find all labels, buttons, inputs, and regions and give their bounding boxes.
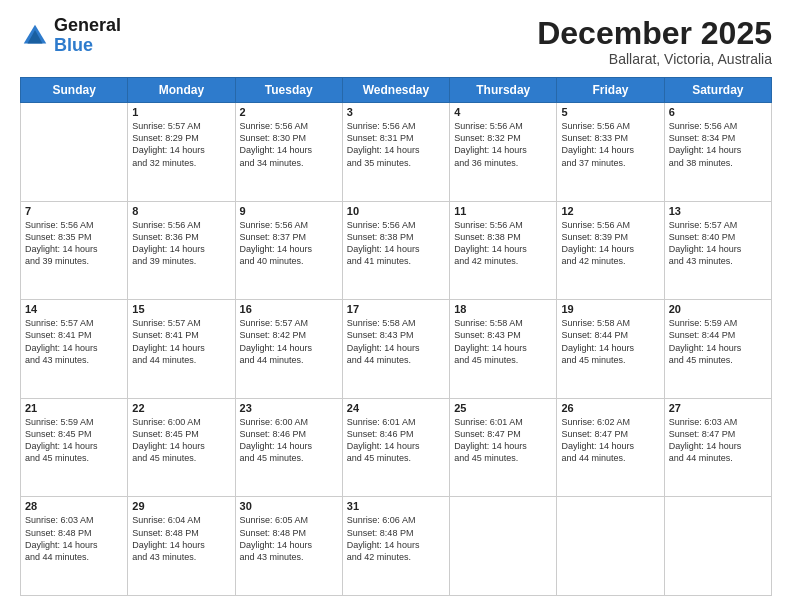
day-number: 23 bbox=[240, 402, 338, 414]
daylight-text: Daylight: 14 hoursand 37 minutes. bbox=[561, 144, 659, 168]
day-number: 13 bbox=[669, 205, 767, 217]
calendar-cell: 21Sunrise: 5:59 AMSunset: 8:45 PMDayligh… bbox=[21, 398, 128, 497]
day-info: Sunrise: 5:58 AMSunset: 8:44 PMDaylight:… bbox=[561, 317, 659, 366]
daylight-line1: Daylight: 14 hours bbox=[240, 243, 338, 255]
day-number: 3 bbox=[347, 106, 445, 118]
daylight-text: Daylight: 14 hoursand 45 minutes. bbox=[454, 440, 552, 464]
calendar-cell: 20Sunrise: 5:59 AMSunset: 8:44 PMDayligh… bbox=[664, 300, 771, 399]
daylight-line1: Daylight: 14 hours bbox=[132, 539, 230, 551]
day-info: Sunrise: 5:56 AMSunset: 8:36 PMDaylight:… bbox=[132, 219, 230, 268]
daylight-text: Daylight: 14 hoursand 44 minutes. bbox=[25, 539, 123, 563]
sunset-text: Sunset: 8:47 PM bbox=[669, 428, 767, 440]
daylight-line1: Daylight: 14 hours bbox=[347, 243, 445, 255]
calendar-cell: 2Sunrise: 5:56 AMSunset: 8:30 PMDaylight… bbox=[235, 103, 342, 202]
daylight-line2: and 39 minutes. bbox=[132, 255, 230, 267]
daylight-line1: Daylight: 14 hours bbox=[454, 440, 552, 452]
daylight-line2: and 38 minutes. bbox=[669, 157, 767, 169]
sunset-text: Sunset: 8:38 PM bbox=[454, 231, 552, 243]
sunset-text: Sunset: 8:48 PM bbox=[132, 527, 230, 539]
sunrise-text: Sunrise: 5:56 AM bbox=[240, 120, 338, 132]
sunset-text: Sunset: 8:36 PM bbox=[132, 231, 230, 243]
daylight-line1: Daylight: 14 hours bbox=[240, 440, 338, 452]
title-section: December 2025 Ballarat, Victoria, Austra… bbox=[537, 16, 772, 67]
daylight-line2: and 45 minutes. bbox=[561, 354, 659, 366]
calendar-cell: 12Sunrise: 5:56 AMSunset: 8:39 PMDayligh… bbox=[557, 201, 664, 300]
day-info: Sunrise: 5:56 AMSunset: 8:31 PMDaylight:… bbox=[347, 120, 445, 169]
day-info: Sunrise: 5:56 AMSunset: 8:33 PMDaylight:… bbox=[561, 120, 659, 169]
day-info: Sunrise: 6:04 AMSunset: 8:48 PMDaylight:… bbox=[132, 514, 230, 563]
calendar-cell: 1Sunrise: 5:57 AMSunset: 8:29 PMDaylight… bbox=[128, 103, 235, 202]
sunrise-text: Sunrise: 5:56 AM bbox=[347, 120, 445, 132]
daylight-text: Daylight: 14 hoursand 36 minutes. bbox=[454, 144, 552, 168]
calendar-cell: 28Sunrise: 6:03 AMSunset: 8:48 PMDayligh… bbox=[21, 497, 128, 596]
day-info: Sunrise: 6:03 AMSunset: 8:48 PMDaylight:… bbox=[25, 514, 123, 563]
daylight-line2: and 35 minutes. bbox=[347, 157, 445, 169]
sunrise-text: Sunrise: 5:56 AM bbox=[454, 219, 552, 231]
daylight-line1: Daylight: 14 hours bbox=[132, 342, 230, 354]
sunset-text: Sunset: 8:34 PM bbox=[669, 132, 767, 144]
calendar-cell: 29Sunrise: 6:04 AMSunset: 8:48 PMDayligh… bbox=[128, 497, 235, 596]
col-saturday: Saturday bbox=[664, 78, 771, 103]
day-info: Sunrise: 5:57 AMSunset: 8:29 PMDaylight:… bbox=[132, 120, 230, 169]
sunrise-text: Sunrise: 5:56 AM bbox=[240, 219, 338, 231]
month-title: December 2025 bbox=[537, 16, 772, 51]
sunrise-text: Sunrise: 5:57 AM bbox=[132, 317, 230, 329]
day-info: Sunrise: 6:01 AMSunset: 8:47 PMDaylight:… bbox=[454, 416, 552, 465]
daylight-text: Daylight: 14 hoursand 43 minutes. bbox=[240, 539, 338, 563]
sunset-text: Sunset: 8:46 PM bbox=[347, 428, 445, 440]
sunrise-text: Sunrise: 5:56 AM bbox=[347, 219, 445, 231]
location-subtitle: Ballarat, Victoria, Australia bbox=[537, 51, 772, 67]
calendar-cell: 25Sunrise: 6:01 AMSunset: 8:47 PMDayligh… bbox=[450, 398, 557, 497]
daylight-text: Daylight: 14 hoursand 44 minutes. bbox=[347, 342, 445, 366]
daylight-line2: and 42 minutes. bbox=[347, 551, 445, 563]
daylight-line2: and 43 minutes. bbox=[240, 551, 338, 563]
calendar-cell bbox=[664, 497, 771, 596]
day-info: Sunrise: 6:01 AMSunset: 8:46 PMDaylight:… bbox=[347, 416, 445, 465]
sunset-text: Sunset: 8:29 PM bbox=[132, 132, 230, 144]
day-number: 30 bbox=[240, 500, 338, 512]
daylight-line1: Daylight: 14 hours bbox=[561, 243, 659, 255]
day-number: 15 bbox=[132, 303, 230, 315]
sunrise-text: Sunrise: 6:03 AM bbox=[25, 514, 123, 526]
daylight-line2: and 39 minutes. bbox=[25, 255, 123, 267]
day-number: 17 bbox=[347, 303, 445, 315]
day-info: Sunrise: 5:56 AMSunset: 8:30 PMDaylight:… bbox=[240, 120, 338, 169]
daylight-line1: Daylight: 14 hours bbox=[454, 144, 552, 156]
logo-general: General bbox=[54, 16, 121, 36]
daylight-text: Daylight: 14 hoursand 45 minutes. bbox=[240, 440, 338, 464]
daylight-text: Daylight: 14 hoursand 45 minutes. bbox=[347, 440, 445, 464]
calendar-cell: 11Sunrise: 5:56 AMSunset: 8:38 PMDayligh… bbox=[450, 201, 557, 300]
col-monday: Monday bbox=[128, 78, 235, 103]
day-info: Sunrise: 5:56 AMSunset: 8:34 PMDaylight:… bbox=[669, 120, 767, 169]
daylight-line1: Daylight: 14 hours bbox=[669, 440, 767, 452]
daylight-text: Daylight: 14 hoursand 43 minutes. bbox=[25, 342, 123, 366]
day-number: 2 bbox=[240, 106, 338, 118]
page: General Blue December 2025 Ballarat, Vic… bbox=[0, 0, 792, 612]
daylight-text: Daylight: 14 hoursand 32 minutes. bbox=[132, 144, 230, 168]
day-number: 20 bbox=[669, 303, 767, 315]
sunrise-text: Sunrise: 5:57 AM bbox=[240, 317, 338, 329]
day-number: 9 bbox=[240, 205, 338, 217]
day-info: Sunrise: 5:56 AMSunset: 8:38 PMDaylight:… bbox=[454, 219, 552, 268]
daylight-text: Daylight: 14 hoursand 44 minutes. bbox=[132, 342, 230, 366]
day-number: 24 bbox=[347, 402, 445, 414]
calendar-cell bbox=[450, 497, 557, 596]
calendar-cell: 3Sunrise: 5:56 AMSunset: 8:31 PMDaylight… bbox=[342, 103, 449, 202]
daylight-line1: Daylight: 14 hours bbox=[561, 342, 659, 354]
day-number: 27 bbox=[669, 402, 767, 414]
calendar-week-5: 28Sunrise: 6:03 AMSunset: 8:48 PMDayligh… bbox=[21, 497, 772, 596]
sunrise-text: Sunrise: 6:02 AM bbox=[561, 416, 659, 428]
daylight-text: Daylight: 14 hoursand 42 minutes. bbox=[561, 243, 659, 267]
daylight-line2: and 40 minutes. bbox=[240, 255, 338, 267]
logo-text: General Blue bbox=[54, 16, 121, 56]
sunrise-text: Sunrise: 5:57 AM bbox=[669, 219, 767, 231]
daylight-line1: Daylight: 14 hours bbox=[454, 342, 552, 354]
col-wednesday: Wednesday bbox=[342, 78, 449, 103]
sunrise-text: Sunrise: 5:59 AM bbox=[25, 416, 123, 428]
daylight-line1: Daylight: 14 hours bbox=[561, 144, 659, 156]
sunset-text: Sunset: 8:40 PM bbox=[669, 231, 767, 243]
day-info: Sunrise: 5:57 AMSunset: 8:42 PMDaylight:… bbox=[240, 317, 338, 366]
logo-icon bbox=[20, 21, 50, 51]
daylight-text: Daylight: 14 hoursand 35 minutes. bbox=[347, 144, 445, 168]
sunrise-text: Sunrise: 5:58 AM bbox=[347, 317, 445, 329]
